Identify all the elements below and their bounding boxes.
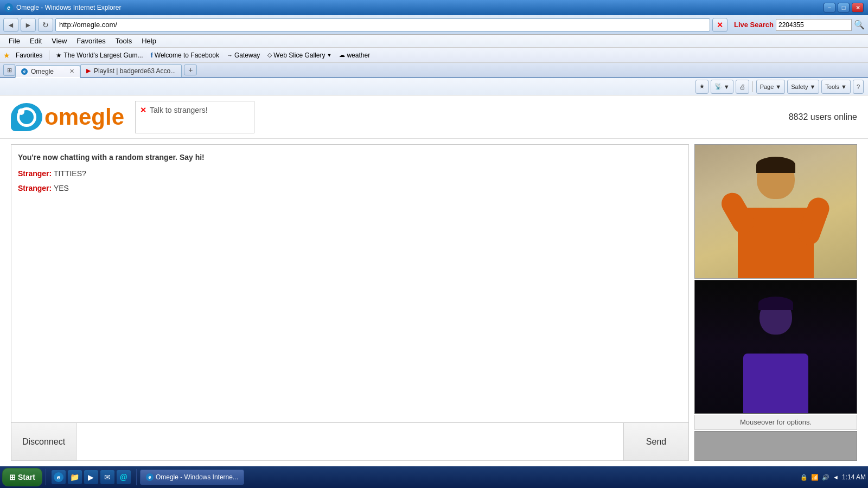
talk-text: Talk to strangers! [150,106,208,114]
close-button[interactable]: ✕ [852,3,864,12]
talk-x-icon: ✕ [140,106,146,114]
stop-button[interactable]: ✕ [712,18,727,32]
taskbar-sep2 [136,469,137,485]
tab-playlist[interactable]: ▶ Playlist | badgerde63 Acco... [80,64,182,77]
taskbar-window-omegle[interactable]: e Omegle - Windows Interne... [140,470,244,485]
taskbar-sep1 [46,469,46,485]
page-button[interactable]: Page ▼ [756,80,786,94]
address-bar: ◄ ► ↻ ✕ Live Search 🔍 [0,15,868,35]
message-input[interactable] [76,423,623,460]
tray-icon3: 🔊 [822,474,829,481]
feeds-dropdown-icon: ▼ [724,84,730,90]
tray-icon1: 🔒 [800,474,808,481]
chat-messages: You're now chatting with a random strang… [11,145,688,422]
add-favorites-icon: ★ [699,83,705,90]
fav-gum-label: The World's Largest Gum... [63,52,143,59]
search-input[interactable] [776,19,852,31]
video-bottom[interactable] [694,280,857,414]
taskbar-window-omegle-label: Omegle - Windows Interne... [156,473,238,481]
chat-text-1b: TITTIES? [54,169,86,178]
fav-item-gateway[interactable]: → Gateway [225,50,262,60]
taskbar-icon-ie[interactable]: e [52,470,66,484]
fav-item-facebook[interactable]: f Welcome to Facebook [148,50,221,60]
print-button[interactable]: 🖨 [736,80,749,94]
talk-box: ✕ Talk to strangers! [135,101,254,133]
disconnect-button[interactable]: Disconnect [11,423,76,460]
fav-webslice-label: Web Slice Gallery [273,52,325,59]
video-mouseover-text: Mouseover for options. [694,415,857,430]
fav-weather-icon: ☁ [339,52,345,59]
video-top[interactable] [694,144,857,279]
toolbar-separator [752,81,753,92]
tab-playlist-label: Playlist | badgerde63 Acco... [94,67,176,75]
online-count-text: 8832 users online [789,112,857,121]
ie-quicklaunch-icon: e [54,472,63,482]
refresh-button[interactable]: ↻ [38,18,53,32]
search-button[interactable]: 🔍 [854,20,865,30]
fav-webslice-icon: ◇ [267,52,272,59]
back-button[interactable]: ◄ [3,18,18,32]
add-favorites-button[interactable]: ★ [695,80,709,94]
start-button[interactable]: ⊞ Start [2,468,42,486]
tools-button[interactable]: Tools ▼ [821,80,851,94]
chat-input-row: Disconnect Send [11,422,688,460]
new-tab-page-icon[interactable]: ⊞ [3,64,15,76]
help-button[interactable]: ? [853,80,864,94]
tools-label: Tools [825,84,839,90]
fav-gateway-label: Gateway [234,52,260,59]
media-icon: ▶ [88,473,94,481]
fav-gateway-icon: → [227,52,233,59]
taskbar-icon-explorer[interactable]: 📁 [68,470,82,484]
fav-item-gum[interactable]: ★ The World's Largest Gum... [54,50,145,60]
address-input[interactable] [55,18,710,31]
safety-button[interactable]: Safety ▼ [787,80,819,94]
fav-facebook-icon: f [150,51,152,59]
tray-expand-icon[interactable]: ◄ [833,474,839,480]
menu-help[interactable]: Help [137,36,161,46]
taskbar: ⊞ Start e 📁 ▶ ✉ @ e Omegle - Windows Int… [0,466,868,488]
browser-content: omegle ✕ Talk to strangers! 8832 users o… [0,95,868,466]
feeds-button[interactable]: 📡 ▼ [711,80,733,94]
tab-omegle[interactable]: e Omegle ✕ [15,65,80,78]
menu-edit[interactable]: Edit [25,36,46,46]
tools-dropdown-icon: ▼ [841,84,847,90]
taskbar-icon-media[interactable]: ▶ [84,470,98,484]
fav-item-weather[interactable]: ☁ weather [337,50,372,60]
video-gray-bottom [694,431,857,461]
favorites-bar: ★ Favorites ★ The World's Largest Gum...… [0,48,868,63]
help-label: ? [857,84,860,90]
taskbar-icon-msg[interactable]: ✉ [100,470,114,484]
forward-button[interactable]: ► [21,18,36,32]
omegle-logo-icon [11,103,42,131]
tab-bar: ⊞ e Omegle ✕ ▶ Playlist | badgerde63 Acc… [0,63,868,78]
favorites-star-icon: ★ [3,51,10,60]
start-label: Start [18,473,35,481]
fav-item-webslice[interactable]: ◇ Web Slice Gallery ▼ [265,50,334,60]
menu-tools[interactable]: Tools [111,36,136,46]
title-bar: e Omegle - Windows Internet Explorer − □… [0,0,868,15]
chat-text-2b: YES [54,184,69,192]
favorites-label[interactable]: Favorites [14,50,44,60]
ie-logo-icon: e [4,3,13,12]
taskbar-window-omegle-icon: e [146,473,154,481]
minimize-button[interactable]: − [824,3,835,12]
tray-icon2: 📶 [811,474,819,481]
clock: 1:14 AM [842,473,866,481]
taskbar-icon-misc[interactable]: @ [117,470,131,484]
chat-area: You're now chatting with a random strang… [0,139,868,466]
tab-omegle-favicon: e [21,68,28,75]
print-icon: 🖨 [739,84,745,90]
fav-gum-icon: ★ [56,52,62,59]
send-button[interactable]: Send [623,423,688,460]
windows-logo-icon: ⊞ [9,473,16,481]
chat-line-2: Stranger: YES [18,182,682,194]
menu-view[interactable]: View [47,36,71,46]
tab-omegle-close[interactable]: ✕ [69,68,74,75]
menu-favorites[interactable]: Favorites [72,36,110,46]
new-tab-button[interactable]: + [184,65,197,75]
title-bar-controls: − □ ✕ [824,3,864,12]
misc-icon: @ [120,473,127,481]
fav-webslice-dropdown-icon: ▼ [327,53,332,58]
menu-file[interactable]: File [4,36,24,46]
maximize-button[interactable]: □ [838,3,850,12]
